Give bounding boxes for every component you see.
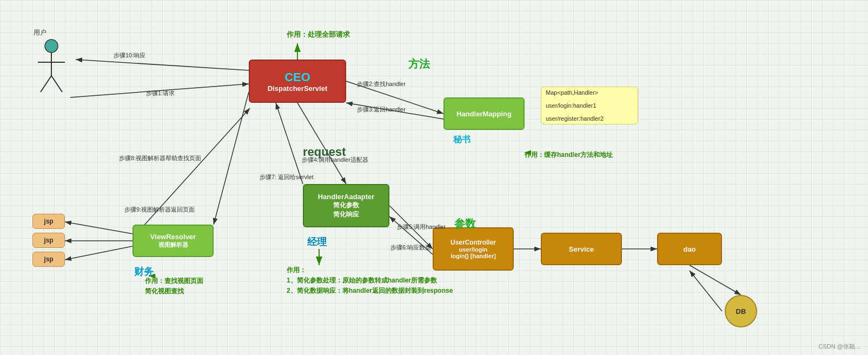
uc-line3: login() [handler]	[450, 253, 496, 259]
handler-mapping-role: 秘书	[453, 134, 471, 146]
uc-line2: user/login	[459, 246, 488, 253]
step9-label: 步骤9:视图解析器返回页面	[124, 206, 195, 214]
handler-mapping-role-desc: 作用：缓存handler方法和地址	[525, 150, 613, 160]
step4-label: 步骤4:调用handler适配器	[302, 156, 368, 164]
view-resolver-box: ViewResolver 视图解析器	[132, 225, 214, 257]
note-title: Map<path,Handler>	[546, 89, 598, 96]
watermark: CSDN @张颖...	[818, 343, 860, 351]
user-figure	[32, 32, 70, 100]
handler-adapter-line2: 简化响应	[333, 210, 359, 219]
svg-point-24	[45, 40, 58, 52]
handler-adapter-line1: 简化参数	[333, 201, 359, 210]
svg-line-19	[690, 271, 722, 311]
db-box: DB	[725, 295, 757, 327]
svg-line-28	[51, 76, 62, 92]
ha-func3: 2、简化数据响应：将handler返回的数据封装到response	[287, 287, 453, 294]
step5-label: 步骤5:调用handler	[397, 223, 446, 231]
user-controller-box: UserController user/login login() [handl…	[433, 227, 514, 271]
view-resolver-func: 作用：查找视图页面简化视图查找	[145, 276, 203, 297]
svg-line-10	[214, 92, 249, 225]
ha-func1: 作用：	[287, 266, 306, 274]
step1-label: 步骤1:请求	[146, 89, 175, 97]
handler-mapping-box: HandlerMapping	[443, 97, 525, 130]
db-name: DB	[736, 307, 746, 315]
svg-line-11	[132, 108, 250, 238]
svg-line-9	[276, 103, 303, 184]
method-label: 方法	[408, 57, 430, 71]
note-box: Map<path,Handler> user/login:handler1 us…	[541, 87, 638, 124]
dispatcher-box: CEO DispatcherServlet	[249, 60, 346, 103]
svg-line-6	[297, 103, 346, 184]
step2-label: 步骤2:查找handler	[357, 80, 406, 88]
handler-adapter-func: 作用： 1、简化参数处理：原始的参数转成handler所需参数 2、简化数据响应…	[287, 265, 453, 297]
service-name: Service	[569, 245, 594, 253]
jsp-box-3: jsp	[32, 252, 65, 267]
step3-label: 步骤3:返回handler	[357, 106, 406, 114]
step8-label: 步骤8:视图解析器帮助查找页面	[119, 154, 201, 162]
handler-adapter-box: HandlerAadapter 简化参数 简化响应	[303, 184, 389, 227]
step6-label: 步骤6:响应数据	[390, 244, 431, 252]
svg-line-15	[65, 246, 132, 260]
dao-box: dao	[657, 233, 722, 265]
svg-line-12	[76, 60, 249, 70]
ha-func2: 1、简化参数处理：原始的参数转成handler所需参数	[287, 277, 437, 284]
dispatcher-role: 作用：处理全部请求	[287, 30, 350, 40]
jingli-label: 经理	[307, 235, 327, 248]
handler-adapter-name: HandlerAadapter	[318, 193, 375, 201]
view-resolver-name: ViewResolver	[150, 233, 196, 241]
handler-mapping-name: HandlerMapping	[456, 110, 512, 118]
note-line1: user/login:handler1	[546, 102, 597, 109]
svg-line-13	[65, 222, 132, 234]
svg-line-18	[690, 265, 741, 295]
note-line2: user/register:handler2	[546, 115, 604, 122]
dispatcher-subtitle: DispatcherServlet	[268, 84, 328, 93]
uc-name: UserController	[450, 239, 496, 246]
canshu-label: 参数	[454, 216, 476, 231]
user-label: 用户	[34, 28, 47, 37]
step7-label: 步骤7: 返回给servlet	[260, 173, 314, 181]
svg-line-27	[41, 76, 51, 92]
dispatcher-title: CEO	[284, 70, 310, 84]
dao-name: dao	[683, 245, 695, 253]
step10-label: 步骤10:响应	[114, 51, 145, 60]
jsp-box-2: jsp	[32, 233, 65, 248]
jsp-box-1: jsp	[32, 214, 65, 229]
view-resolver-subtitle: 视图解析器	[158, 241, 188, 249]
service-box: Service	[541, 233, 622, 265]
diagram: 用户 CEO DispatcherServlet 作用：处理全部请求 Handl…	[0, 0, 868, 355]
